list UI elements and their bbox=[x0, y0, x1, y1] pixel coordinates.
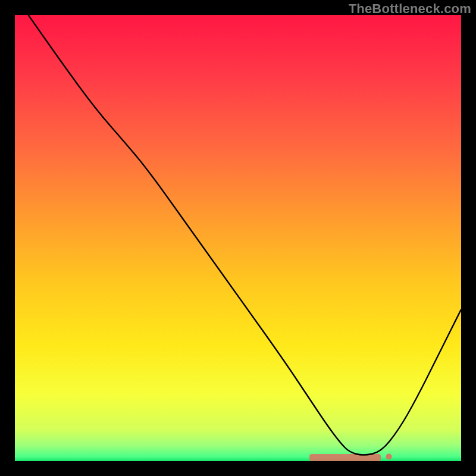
watermark-text: TheBottleneck.com bbox=[349, 1, 471, 17]
highlight-band bbox=[309, 454, 392, 462]
svg-point-1 bbox=[386, 454, 392, 460]
plot-area bbox=[15, 15, 461, 461]
gradient-background bbox=[15, 15, 461, 461]
svg-rect-0 bbox=[309, 454, 381, 461]
chart-frame: TheBottleneck.com bbox=[0, 0, 476, 476]
plot-svg bbox=[15, 15, 461, 461]
